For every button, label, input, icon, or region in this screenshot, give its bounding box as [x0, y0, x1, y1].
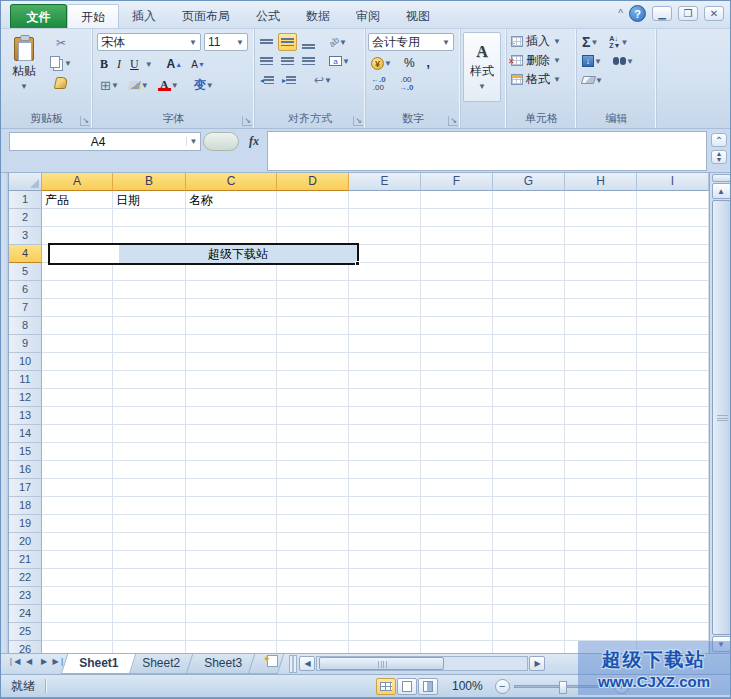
vertical-scrollbar-thumb[interactable] [712, 200, 731, 635]
cell-D1[interactable] [277, 191, 349, 209]
shrink-font-button[interactable]: A▼ [188, 55, 208, 73]
cell-D24[interactable] [277, 605, 349, 623]
top-align-button[interactable] [257, 33, 276, 51]
cell-B10[interactable] [113, 353, 186, 371]
cell-E23[interactable] [349, 587, 421, 605]
cell-B12[interactable] [113, 389, 186, 407]
row-header-22[interactable]: 22 [9, 569, 42, 587]
cell-C9[interactable] [186, 335, 277, 353]
cell-D10[interactable] [277, 353, 349, 371]
cell-F19[interactable] [421, 515, 493, 533]
cell-C21[interactable] [186, 551, 277, 569]
cell-F10[interactable] [421, 353, 493, 371]
delete-cells-button[interactable]: ✕删除▼ [509, 51, 574, 70]
column-header-H[interactable]: H [565, 173, 637, 191]
cell-D25[interactable] [277, 623, 349, 641]
cell-G12[interactable] [493, 389, 565, 407]
alignment-dialog-launcher-icon[interactable]: ↘ [353, 116, 363, 126]
clear-button[interactable]: ▼ [579, 71, 606, 89]
cell-H12[interactable] [565, 389, 637, 407]
cell-G8[interactable] [493, 317, 565, 335]
cell-C6[interactable] [186, 281, 277, 299]
cell-D8[interactable] [277, 317, 349, 335]
align-center-button[interactable] [278, 52, 297, 70]
zoom-slider-handle[interactable] [559, 681, 567, 694]
cell-D23[interactable] [277, 587, 349, 605]
column-header-F[interactable]: F [421, 173, 493, 191]
scroll-right-icon[interactable]: ▶ [529, 656, 545, 671]
cell-G9[interactable] [493, 335, 565, 353]
cell-C10[interactable] [186, 353, 277, 371]
cell-E25[interactable] [349, 623, 421, 641]
cell-C16[interactable] [186, 461, 277, 479]
cell-B7[interactable] [113, 299, 186, 317]
cell-F20[interactable] [421, 533, 493, 551]
cell-H9[interactable] [565, 335, 637, 353]
cell-C14[interactable] [186, 425, 277, 443]
zoom-level[interactable]: 100% [452, 679, 483, 693]
row-header-18[interactable]: 18 [9, 497, 42, 515]
cell-F24[interactable] [421, 605, 493, 623]
close-button[interactable]: ✕ [704, 6, 724, 21]
cell-I9[interactable] [637, 335, 709, 353]
column-header-D[interactable]: D [277, 173, 349, 191]
cell-styles-button[interactable]: A 样式 ▼ [463, 32, 501, 102]
cell-I15[interactable] [637, 443, 709, 461]
cell-B13[interactable] [113, 407, 186, 425]
cell-G6[interactable] [493, 281, 565, 299]
prev-sheet-icon[interactable]: ◀ [22, 657, 36, 666]
name-box[interactable]: A4 ▼ [9, 132, 201, 151]
bold-button[interactable]: B [97, 55, 111, 73]
scroll-up-icon[interactable]: ▲ [712, 183, 731, 199]
increase-indent-button[interactable]: ▸ [279, 71, 299, 89]
cell-A10[interactable] [42, 353, 113, 371]
cell-G22[interactable] [493, 569, 565, 587]
cell-D12[interactable] [277, 389, 349, 407]
row-header-16[interactable]: 16 [9, 461, 42, 479]
accounting-format-button[interactable]: ¥▼ [368, 54, 395, 72]
underline-button[interactable]: U [127, 55, 142, 73]
cell-E9[interactable] [349, 335, 421, 353]
row-header-23[interactable]: 23 [9, 587, 42, 605]
cell-A16[interactable] [42, 461, 113, 479]
row-header-26[interactable]: 26 [9, 641, 42, 653]
cell-E19[interactable] [349, 515, 421, 533]
row-header-8[interactable]: 8 [9, 317, 42, 335]
cell-A5[interactable] [42, 263, 113, 281]
row-header-10[interactable]: 10 [9, 353, 42, 371]
help-icon[interactable]: ? [629, 5, 646, 22]
cell-E18[interactable] [349, 497, 421, 515]
cell-C24[interactable] [186, 605, 277, 623]
cell-F3[interactable] [421, 227, 493, 245]
insert-worksheet-tab[interactable] [248, 654, 284, 674]
column-header-E[interactable]: E [349, 173, 421, 191]
insert-function-button[interactable]: fx [243, 132, 265, 151]
row-header-20[interactable]: 20 [9, 533, 42, 551]
horizontal-scrollbar[interactable]: ◀ ▶ [299, 656, 545, 671]
cell-E3[interactable] [349, 227, 421, 245]
cell-E8[interactable] [349, 317, 421, 335]
cell-B2[interactable] [113, 209, 186, 227]
sort-filter-button[interactable]: A↓Z▼▼ [606, 33, 631, 51]
decrease-indent-button[interactable]: ◂ [257, 71, 277, 89]
cell-E1[interactable] [349, 191, 421, 209]
cell-F12[interactable] [421, 389, 493, 407]
cell-A1[interactable]: 产品 [42, 191, 113, 209]
cell-H11[interactable] [565, 371, 637, 389]
cell-G13[interactable] [493, 407, 565, 425]
cell-H1[interactable] [565, 191, 637, 209]
cell-C17[interactable] [186, 479, 277, 497]
cell-D7[interactable] [277, 299, 349, 317]
cell-B8[interactable] [113, 317, 186, 335]
cell-G18[interactable] [493, 497, 565, 515]
cell-A17[interactable] [42, 479, 113, 497]
cell-B19[interactable] [113, 515, 186, 533]
cell-D22[interactable] [277, 569, 349, 587]
cell-D2[interactable] [277, 209, 349, 227]
clipboard-dialog-launcher-icon[interactable]: ↘ [80, 116, 90, 126]
cell-H10[interactable] [565, 353, 637, 371]
row-header-21[interactable]: 21 [9, 551, 42, 569]
number-format-combo[interactable]: 会计专用▼ [368, 33, 454, 51]
cell-B25[interactable] [113, 623, 186, 641]
cell-C11[interactable] [186, 371, 277, 389]
